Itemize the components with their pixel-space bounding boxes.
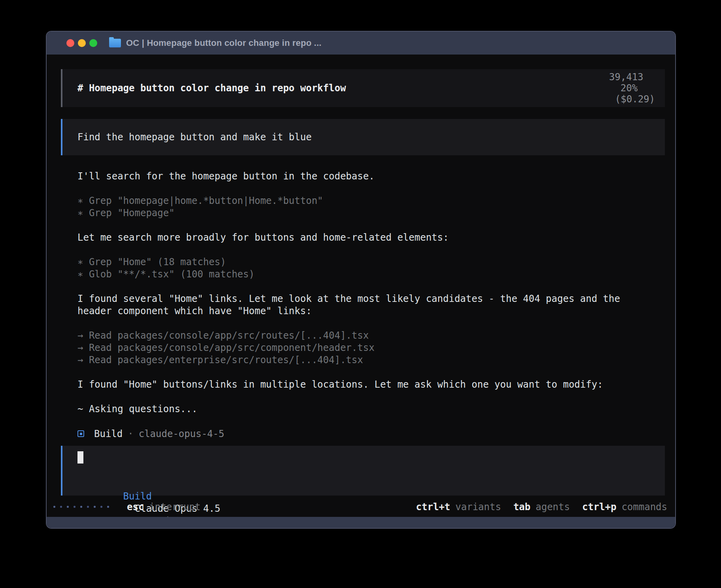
spacer [77, 219, 665, 232]
window-bottom-strip [47, 517, 675, 528]
context-percent: 20% [621, 83, 638, 94]
assistant-text: I found "Home" buttons/links in multiple… [77, 379, 665, 391]
agent-separator: · [128, 428, 133, 439]
spinner-dot [100, 506, 102, 508]
build-agent-icon [77, 430, 84, 437]
spinner-dot [53, 506, 55, 508]
session-cost: ($0.29) [615, 94, 655, 105]
shortcut-key: tab [513, 501, 530, 513]
terminal-window: OC | Homepage button color change in rep… [46, 31, 676, 529]
tool-call-glob: ∗ Glob "**/*.tsx" (100 matches) [77, 268, 665, 281]
session-title: # Homepage button color change in repo w… [77, 83, 346, 94]
session-stats: 39,413 20% ($0.29) [563, 60, 655, 116]
spacer [77, 391, 665, 403]
spacer [77, 415, 665, 428]
spacer [77, 317, 665, 330]
terminal-content: # Homepage button color change in repo w… [47, 69, 675, 496]
spinner-dot [74, 506, 75, 508]
assistant-text: header component which have "Home" links… [77, 305, 665, 317]
assistant-text: I'll search for the homepage button in t… [77, 170, 665, 183]
tool-call-grep: ∗ Grep "Home" (18 matches) [77, 256, 665, 268]
spacer [77, 281, 665, 293]
prompt-input[interactable]: Build Claude Opus 4.5 OpenCode Zen [61, 446, 665, 496]
shortcut-label: commands [621, 501, 667, 513]
shortcut-commands: ctrl+p commands [582, 501, 667, 513]
maximize-button[interactable] [89, 39, 97, 47]
input-footer: Build Claude Opus 4.5 OpenCode Zen [77, 478, 665, 490]
assistant-text: I found several "Home" links. Let me loo… [77, 293, 665, 305]
tool-call-grep: ∗ Grep "Homepage" [77, 207, 665, 219]
spinner-dot [87, 506, 89, 508]
minimize-button[interactable] [78, 39, 86, 47]
spinner-dot [67, 506, 69, 508]
tool-call-read: → Read packages/console/app/src/componen… [77, 342, 665, 354]
spacer [77, 183, 665, 195]
shortcut-label: agents [536, 501, 570, 513]
window-titlebar[interactable]: OC | Homepage button color change in rep… [47, 32, 675, 55]
shortcut-agents: tab agents [513, 501, 570, 513]
tool-call-grep: ∗ Grep "homepage|home.*button|Home.*butt… [77, 195, 665, 207]
folder-icon [109, 39, 121, 47]
spacer [77, 366, 665, 379]
working-spinner [53, 506, 114, 508]
session-header: # Homepage button color change in repo w… [61, 69, 665, 107]
shortcut-key: ctrl+t [416, 501, 450, 513]
text-cursor [77, 451, 83, 464]
shortcut-variants: ctrl+t variants [416, 501, 501, 513]
spinner-dot [94, 506, 96, 508]
user-message-text: Find the homepage button and make it blu… [77, 132, 311, 143]
agent-model-id: claude-opus-4-5 [139, 428, 225, 439]
agent-status-line: Build · claude-opus-4-5 [77, 428, 665, 440]
assistant-activity: ~ Asking questions... [77, 403, 665, 415]
status-bar: esc interrupt ctrl+t variants tab agents… [53, 501, 667, 513]
status-left: esc interrupt [53, 501, 200, 513]
spinner-dot [80, 506, 82, 508]
assistant-output: I'll search for the homepage button in t… [77, 170, 665, 440]
window-title: OC | Homepage button color change in rep… [126, 38, 321, 48]
spinner-dot [60, 506, 62, 508]
spinner-dot [107, 506, 109, 508]
tool-call-read: → Read packages/console/app/src/routes/[… [77, 330, 665, 342]
esc-key-hint: esc [127, 501, 144, 513]
tool-call-read: → Read packages/enterprise/src/routes/[.… [77, 354, 665, 366]
close-button[interactable] [66, 39, 74, 47]
esc-action-label: interrupt [149, 501, 200, 513]
status-right: ctrl+t variants tab agents ctrl+p comman… [416, 501, 667, 513]
assistant-text: Let me search more broadly for buttons a… [77, 232, 665, 244]
token-count: 39,413 [609, 72, 644, 83]
agent-name: Build [94, 428, 123, 439]
spacer [77, 244, 665, 256]
input-agent-label[interactable]: Build [123, 491, 152, 502]
user-message: Find the homepage button and make it blu… [61, 119, 665, 155]
shortcut-key: ctrl+p [582, 501, 617, 513]
shortcut-label: variants [455, 501, 501, 513]
